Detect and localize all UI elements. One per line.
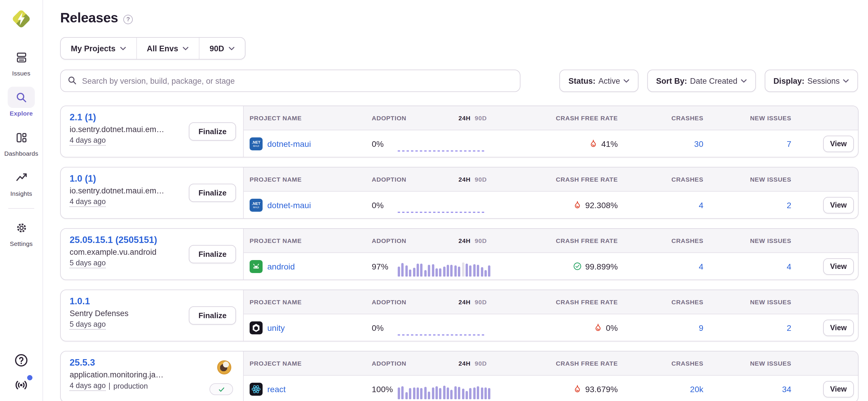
range-24h-toggle[interactable]: 24H — [459, 360, 471, 367]
project-filter-dropdown[interactable]: My Projects — [61, 38, 136, 59]
range-24h-toggle[interactable]: 24H — [459, 114, 471, 122]
sidebar-item-explore[interactable]: Explore — [2, 87, 40, 117]
flame-icon — [594, 323, 602, 332]
release-version-link[interactable]: 1.0.1 — [70, 296, 90, 307]
empty-sparkline — [398, 211, 486, 212]
date-range-dropdown[interactable]: 90D — [199, 38, 245, 59]
release-age[interactable]: 5 days ago — [70, 320, 105, 330]
sidebar-item-issues[interactable]: Issues — [2, 46, 40, 77]
status-label: Status: — [568, 76, 596, 85]
release-list: 2.1 (1) io.sentry.dotnet.maui.em… 4 days… — [60, 106, 858, 401]
release-age[interactable]: 4 days ago — [70, 198, 105, 207]
range-90d-toggle[interactable]: 90D — [475, 360, 487, 367]
new-issues-link[interactable]: 2 — [786, 200, 791, 210]
sort-by-dropdown[interactable]: Sort By: Date Created — [647, 70, 756, 92]
release-version-link[interactable]: 25.05.15.1 (2505151) — [70, 235, 157, 245]
range-24h-toggle[interactable]: 24H — [459, 237, 471, 244]
column-header-new-issues: NEW ISSUES — [710, 176, 799, 183]
crashes-link[interactable]: 9 — [699, 323, 703, 332]
finalize-button[interactable]: Finalize — [189, 184, 236, 202]
adoption-value: 97% — [369, 262, 398, 271]
sidebar-item-dashboards[interactable]: Dashboards — [2, 127, 40, 157]
release-age[interactable]: 4 days ago — [70, 136, 105, 146]
new-issues-link[interactable]: 7 — [786, 139, 791, 148]
display-dropdown[interactable]: Display: Sessions — [765, 70, 858, 92]
release-package: application.monitoring.ja… — [70, 370, 243, 379]
display-label: Display: — [773, 76, 804, 85]
crashes-link[interactable]: 30 — [694, 139, 703, 148]
range-90d-toggle[interactable]: 90D — [475, 298, 487, 305]
display-value: Sessions — [807, 76, 840, 85]
release-version-link[interactable]: 25.5.3 — [70, 357, 95, 368]
flame-icon — [573, 201, 582, 209]
view-button[interactable]: View — [823, 319, 854, 336]
sidebar-item-label: Insights — [10, 190, 32, 197]
environment-filter-label: All Envs — [147, 44, 179, 53]
column-header-new-issues: NEW ISSUES — [710, 237, 799, 244]
adoption-value: 0% — [369, 139, 398, 148]
range-24h-toggle[interactable]: 24H — [459, 176, 471, 183]
project-filter-label: My Projects — [71, 44, 116, 53]
release-age[interactable]: 5 days ago — [70, 259, 105, 268]
new-issues-link[interactable]: 4 — [786, 262, 791, 271]
check-icon — [217, 386, 225, 393]
column-header-crash-free: CRASH FREE RATE — [504, 237, 622, 244]
release-age[interactable]: 4 days ago — [70, 381, 105, 391]
view-button[interactable]: View — [823, 197, 854, 213]
column-header-project: PROJECT NAME — [244, 298, 369, 305]
whats-new-button[interactable] — [13, 377, 29, 393]
sidebar-item-label: Explore — [10, 110, 33, 117]
range-90d-toggle[interactable]: 90D — [475, 114, 487, 122]
new-issues-link[interactable]: 34 — [782, 384, 791, 394]
project-link[interactable]: react — [267, 384, 286, 394]
view-button[interactable]: View — [823, 135, 854, 152]
project-link[interactable]: android — [267, 262, 295, 271]
crashes-link[interactable]: 20k — [690, 384, 703, 394]
project-link[interactable]: dotnet-maui — [267, 139, 311, 148]
status-dropdown[interactable]: Status: Active — [560, 70, 639, 92]
range-90d-toggle[interactable]: 90D — [475, 237, 487, 244]
search-input[interactable] — [60, 70, 521, 92]
release-card: 25.5.3 application.monitoring.ja… 4 days… — [60, 351, 859, 401]
avatar[interactable] — [217, 360, 231, 374]
adoption-sparkline — [398, 381, 504, 399]
broadcast-icon — [14, 378, 28, 392]
main-content: Releases ? My Projects All Envs 90D — [43, 0, 868, 401]
page-help-icon[interactable]: ? — [123, 14, 133, 24]
view-button[interactable]: View — [823, 381, 854, 397]
adoption-sparkline — [398, 259, 504, 276]
range-24h-toggle[interactable]: 24H — [459, 298, 471, 305]
release-card: 25.05.15.1 (2505151) com.example.vu.andr… — [60, 228, 859, 280]
chevron-down-icon — [228, 46, 235, 51]
finalize-button[interactable]: Finalize — [189, 122, 236, 141]
env-divider — [109, 383, 110, 390]
sidebar-item-settings[interactable]: Settings — [2, 217, 40, 247]
column-header-range: 24H 90D — [398, 298, 504, 305]
column-header-project: PROJECT NAME — [244, 176, 369, 183]
release-version-link[interactable]: 1.0 (1) — [70, 173, 96, 184]
environment-filter-dropdown[interactable]: All Envs — [136, 38, 199, 59]
page-filter-bar: My Projects All Envs 90D — [60, 37, 245, 60]
project-link[interactable]: unity — [267, 323, 285, 332]
search-icon — [15, 91, 27, 103]
finalize-button[interactable]: Finalize — [189, 306, 236, 325]
new-issues-link[interactable]: 2 — [786, 323, 791, 332]
column-header-adoption: ADOPTION — [369, 360, 398, 367]
crash-free-value: 92.308% — [585, 200, 618, 210]
project-link[interactable]: dotnet-maui — [267, 200, 311, 210]
finalize-button[interactable]: Finalize — [189, 245, 236, 263]
crashes-link[interactable]: 4 — [699, 200, 703, 210]
sidebar-item-insights[interactable]: Insights — [2, 167, 40, 197]
gear-icon — [15, 222, 27, 234]
column-header-project: PROJECT NAME — [244, 237, 369, 244]
view-button[interactable]: View — [823, 258, 854, 274]
sentry-logo[interactable] — [11, 8, 31, 30]
column-header-adoption: ADOPTION — [369, 298, 398, 305]
dotnet-maui-icon — [250, 137, 262, 150]
release-version-link[interactable]: 2.1 (1) — [70, 112, 96, 123]
range-90d-toggle[interactable]: 90D — [475, 176, 487, 183]
flame-icon — [573, 385, 582, 393]
crashes-link[interactable]: 4 — [699, 262, 703, 271]
release-status-pill[interactable] — [210, 383, 233, 395]
help-button[interactable] — [13, 353, 29, 368]
